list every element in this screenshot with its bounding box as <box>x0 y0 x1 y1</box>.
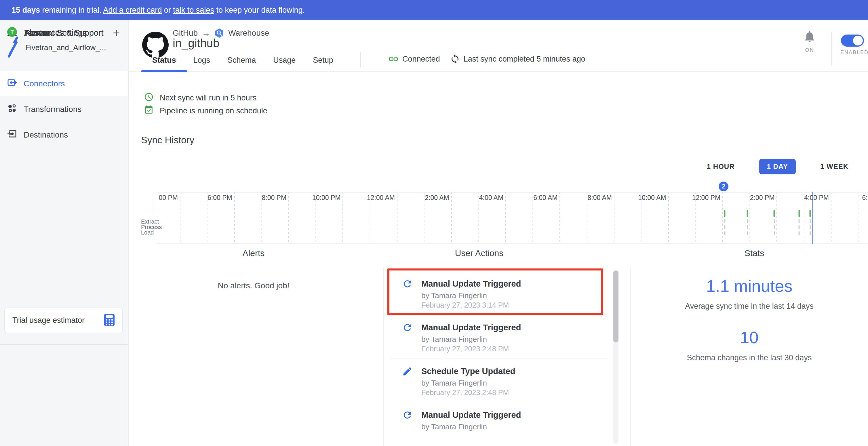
scrollbar-thumb[interactable] <box>613 270 618 342</box>
sidebar-nav-label: Destinations <box>24 130 68 139</box>
sync-event-mark[interactable] <box>810 210 811 235</box>
sync-event-mark[interactable] <box>724 210 725 235</box>
major-gridline <box>776 192 777 244</box>
user-action-item[interactable]: Manual Update Triggered by Tamara Finger… <box>384 278 630 322</box>
status-message-text: Next sync will run in 5 hours <box>160 94 256 102</box>
axis-tick-label: 2:00 PM <box>750 194 775 202</box>
tab[interactable]: Schema <box>227 56 256 72</box>
user-action-title: Manual Update Triggered <box>421 322 630 333</box>
process-mark <box>774 219 775 223</box>
axis-tick-label: 4:00 AM <box>479 194 503 202</box>
sync-event-mark[interactable] <box>798 210 800 235</box>
major-gridline <box>451 192 452 244</box>
major-gridline <box>614 192 615 244</box>
time-range-button[interactable]: 1 HOUR <box>699 159 743 174</box>
link-icon <box>388 54 399 64</box>
sync-refresh-icon[interactable] <box>450 54 460 64</box>
load-mark <box>774 225 775 229</box>
sidebar-footer-divider <box>0 344 128 345</box>
load-mark <box>747 225 748 229</box>
breadcrumb-destination[interactable]: Warehouse <box>228 29 269 38</box>
trial-days-remaining: 15 days <box>11 6 40 14</box>
time-range-button[interactable]: 1 DAY <box>759 159 796 174</box>
sidebar-nav: Connectors <box>0 71 128 148</box>
header-divider-2 <box>831 32 832 66</box>
minor-gridline <box>532 192 533 244</box>
tab[interactable]: Status <box>152 56 176 72</box>
user-action-author: by Tamara Fingerlin <box>421 422 630 431</box>
stat-value: 1.1 minutes <box>630 277 868 295</box>
refresh-icon <box>402 279 413 289</box>
transformations-icon <box>7 103 17 114</box>
load-mark <box>799 225 800 229</box>
last-sync-label: Last sync completed 5 minutes ago <box>464 55 585 64</box>
stat-value: 10 <box>630 328 868 347</box>
user-action-item[interactable]: Manual Update Triggered by Tamara Finger… <box>384 409 630 446</box>
user-action-timestamp: February 27, 2023 3:14 PM <box>421 301 630 309</box>
enabled-toggle[interactable] <box>841 35 864 46</box>
sidebar-nav-label: Connectors <box>24 79 65 88</box>
breadcrumb-arrow-icon: → <box>202 28 210 38</box>
sync-history-chart: ExtractProcessLoad 00 PM 6:00 PM 8:00 PM <box>141 173 868 245</box>
trial-banner: 15 days remaining in trial. Add a credit… <box>0 0 868 20</box>
stat-metric: 10 Schema changes in the last 30 days <box>630 328 868 362</box>
user-action-item[interactable]: Schedule Type Updated by Tamara Fingerli… <box>384 365 630 409</box>
time-range-selector: 1 HOUR 1 DAY 1 WEEK <box>699 159 856 174</box>
connector-header: GitHub → Warehouse in_github Status Logs… <box>129 20 868 72</box>
user-action-item[interactable]: Manual Update Triggered by Tamara Finger… <box>384 322 630 365</box>
alerts-section-title: Alerts <box>243 248 265 258</box>
user-action-timestamp: February 27, 2023 2:48 PM <box>421 345 630 353</box>
talk-to-sales-link[interactable]: talk to sales <box>173 6 214 14</box>
svg-text:T: T <box>11 29 14 35</box>
load-mark-2 <box>747 231 748 235</box>
trial-banner-text: remaining in trial. <box>40 6 103 14</box>
tab[interactable]: Usage <box>273 56 296 72</box>
connection-status: Connected Last sync completed 5 minutes … <box>388 54 585 64</box>
major-gridline <box>559 192 560 244</box>
axis-tick-label: 12:00 AM <box>367 194 395 202</box>
tab[interactable]: Logs <box>193 56 210 72</box>
sidebar-nav-item[interactable]: Destinations <box>0 122 128 148</box>
toggle-state-label: ENABLED <box>840 50 865 56</box>
process-mark <box>724 219 725 223</box>
header-divider <box>360 52 361 67</box>
warehouse-icon <box>214 28 224 38</box>
sidebar-nav-item[interactable]: Transformations <box>0 96 128 122</box>
notifications-control[interactable]: ON <box>799 30 820 53</box>
axis-tick-label: 00 PM <box>159 194 178 202</box>
breadcrumb-source[interactable]: GitHub <box>173 29 198 38</box>
sidebar-footer-item[interactable]: T Tamara + <box>0 20 128 45</box>
bell-state-label: ON <box>799 47 820 53</box>
status-message-row: Pipeline is running on schedule <box>144 104 267 118</box>
load-mark-2 <box>810 231 811 235</box>
user-avatar: T <box>7 27 17 37</box>
process-mark <box>810 219 811 223</box>
chart-plot-area[interactable]: 00 PM 6:00 PM 8:00 PM 10:00 PM <box>160 173 868 245</box>
load-mark-2 <box>724 231 725 235</box>
sync-event-mark[interactable] <box>774 210 775 235</box>
status-message-row: Next sync will run in 5 hours <box>144 92 267 104</box>
calculator-icon <box>104 313 115 328</box>
major-gridline <box>831 192 832 244</box>
user-action-author: by Tamara Fingerlin <box>421 379 630 387</box>
connected-label: Connected <box>402 55 440 64</box>
add-credit-card-link[interactable]: Add a credit card <box>103 6 162 14</box>
expand-plus-icon[interactable]: + <box>113 27 120 39</box>
trial-usage-estimator-label: Trial usage estimator <box>12 316 85 325</box>
load-mark <box>810 225 811 229</box>
sidebar-nav-item[interactable]: Connectors <box>0 71 128 96</box>
enabled-control: ENABLED <box>840 35 865 56</box>
minor-gridline <box>478 192 479 244</box>
axis-tick-label: 8:00 AM <box>588 194 612 202</box>
sync-event-mark[interactable] <box>747 210 748 235</box>
user-action-timestamp: February 27, 2023 2:48 PM <box>421 388 630 396</box>
axis-tick-label: 8:00 PM <box>261 194 286 202</box>
minor-gridline <box>153 192 153 244</box>
tab[interactable]: Setup <box>313 56 333 72</box>
user-action-title: Manual Update Triggered <box>421 278 630 289</box>
axis-tick-label: 6:00 AM <box>533 194 557 202</box>
trial-usage-estimator[interactable]: Trial usage estimator <box>4 308 123 333</box>
sync-count-badge[interactable]: 2 <box>719 182 728 191</box>
time-range-button[interactable]: 1 WEEK <box>812 159 856 174</box>
user-action-author: by Tamara Fingerlin <box>421 291 630 300</box>
